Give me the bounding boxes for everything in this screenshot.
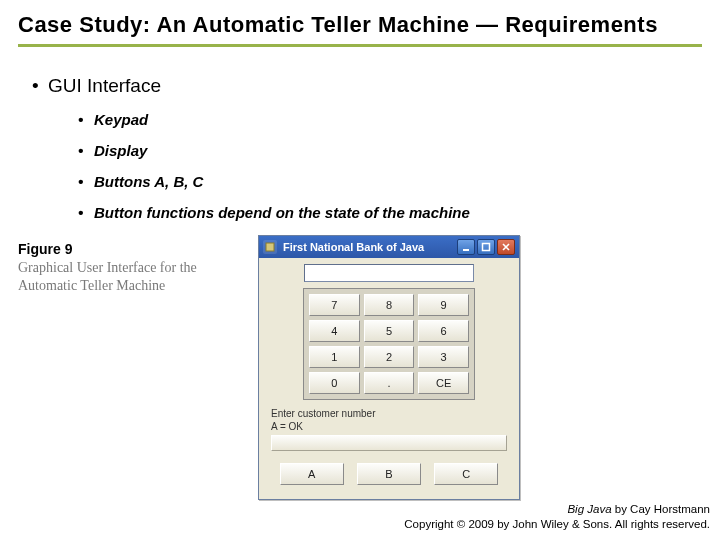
keypad-key-9[interactable]: 9	[418, 294, 469, 316]
keypad-key-7[interactable]: 7	[309, 294, 360, 316]
atm-window: First National Bank of Java	[258, 235, 520, 500]
svg-rect-1	[463, 249, 469, 251]
prompt-line: A = OK	[271, 421, 511, 434]
keypad-key-ce[interactable]: CE	[418, 372, 469, 394]
keypad-key-8[interactable]: 8	[364, 294, 415, 316]
page-title: Case Study: An Automatic Teller Machine …	[18, 12, 702, 47]
keypad-key-4[interactable]: 4	[309, 320, 360, 342]
bullet-item: Buttons A, B, C	[78, 173, 702, 190]
display-field[interactable]	[304, 264, 474, 282]
prompt-band	[271, 435, 507, 451]
keypad-key-6[interactable]: 6	[418, 320, 469, 342]
prompt-line: Enter customer number	[271, 408, 511, 421]
footer-line-1: Big Java by Cay Horstmann	[404, 502, 710, 517]
maximize-button[interactable]	[477, 239, 495, 255]
window-title: First National Bank of Java	[283, 241, 457, 253]
bullet-label: GUI Interface	[48, 75, 161, 96]
abc-button-row: A B C	[265, 459, 513, 493]
bullet-item: Button functions depend on the state of …	[78, 204, 702, 221]
keypad-key-1[interactable]: 1	[309, 346, 360, 368]
bullet-item: Display	[78, 142, 702, 159]
svg-rect-0	[266, 243, 274, 251]
footer-line-2: Copyright © 2009 by John Wiley & Sons. A…	[404, 517, 710, 532]
bullet-item: GUI Interface Keypad Display Buttons A, …	[32, 75, 702, 221]
figure-caption: Graphical User Interface for the Automat…	[18, 259, 250, 295]
button-a[interactable]: A	[280, 463, 344, 485]
prompt-text: Enter customer number A = OK	[271, 408, 511, 433]
window-titlebar[interactable]: First National Bank of Java	[259, 236, 519, 258]
minimize-button[interactable]	[457, 239, 475, 255]
keypad-key-5[interactable]: 5	[364, 320, 415, 342]
bullet-list-2: Keypad Display Buttons A, B, C Button fu…	[48, 111, 702, 221]
bullet-list-1: GUI Interface Keypad Display Buttons A, …	[18, 75, 702, 221]
close-button[interactable]	[497, 239, 515, 255]
footer-author: by Cay Horstmann	[612, 503, 710, 515]
keypad-key-2[interactable]: 2	[364, 346, 415, 368]
keypad: 7 8 9 4 5 6 1 2 3 0	[303, 288, 475, 400]
svg-rect-2	[483, 244, 490, 251]
button-b[interactable]: B	[357, 463, 421, 485]
footer-book-title: Big Java	[567, 503, 611, 515]
footer: Big Java by Cay Horstmann Copyright © 20…	[404, 502, 710, 532]
keypad-key-0[interactable]: 0	[309, 372, 360, 394]
button-c[interactable]: C	[434, 463, 498, 485]
figure-label: Figure 9	[18, 241, 250, 257]
bullet-item: Keypad	[78, 111, 702, 128]
figure-caption-block: Figure 9 Graphical User Interface for th…	[18, 235, 250, 295]
keypad-key-3[interactable]: 3	[418, 346, 469, 368]
keypad-key-dot[interactable]: .	[364, 372, 415, 394]
app-icon	[263, 240, 277, 254]
